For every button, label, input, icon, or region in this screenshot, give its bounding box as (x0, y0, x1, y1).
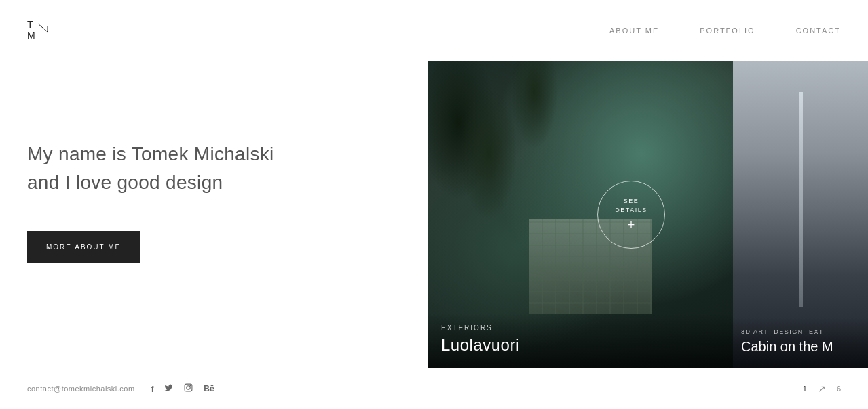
page-indicator: 1 ↗ 6 (803, 383, 841, 394)
nav-portfolio[interactable]: PORTFOLIO (700, 26, 755, 35)
card-title-1: Luolavuori (441, 336, 719, 355)
card-label-area-2: 3D ART DESIGN EXT Cabin on the M (733, 317, 868, 368)
svg-point-5 (187, 386, 190, 389)
footer-left: contact@tomekmichalski.com f Bē (27, 383, 214, 394)
portfolio-card-1[interactable]: SEE DETAILS + EXTERIORS Luolavuori (428, 61, 733, 368)
nav-about[interactable]: ABOUT ME (609, 26, 659, 35)
nav: ABOUT ME PORTFOLIO CONTACT (609, 26, 841, 35)
hero-title: My name is Tomek Michalski and I love go… (27, 140, 400, 197)
social-twitter-icon[interactable] (164, 383, 173, 394)
card-label-area-1: EXTERIORS Luolavuori (428, 313, 733, 368)
footer-socials: f Bē (151, 383, 214, 394)
see-details-plus-icon: + (628, 218, 635, 232)
social-instagram-icon[interactable] (184, 383, 193, 394)
svg-text:T: T (27, 19, 34, 30)
card-categories-2: 3D ART DESIGN EXT (741, 328, 861, 335)
social-facebook-icon[interactable]: f (151, 384, 154, 394)
see-details-button[interactable]: SEE DETAILS + (597, 181, 665, 249)
hero-section: My name is Tomek Michalski and I love go… (0, 61, 428, 368)
main-content: My name is Tomek Michalski and I love go… (0, 61, 868, 368)
header: T M ABOUT ME PORTFOLIO CONTACT (0, 0, 868, 61)
footer-right: 1 ↗ 6 (586, 383, 841, 394)
footer: contact@tomekmichalski.com f Bē 1 ↗ 6 (0, 368, 868, 409)
card-cat-3dart: 3D ART (741, 328, 768, 335)
card-cat-ext: EXT (809, 328, 824, 335)
card-category-1: EXTERIORS (441, 324, 719, 332)
svg-text:M: M (27, 30, 36, 41)
card-title-2: Cabin on the M (741, 339, 861, 355)
nav-contact[interactable]: CONTACT (796, 26, 841, 35)
more-about-me-button[interactable]: MORE ABOUT ME (27, 231, 140, 263)
svg-rect-4 (185, 384, 192, 391)
svg-line-1 (38, 24, 48, 32)
portfolio-strip: SEE DETAILS + EXTERIORS Luolavuori 3D AR… (428, 61, 868, 368)
portfolio-card-2[interactable]: 3D ART DESIGN EXT Cabin on the M (733, 61, 868, 368)
card-cat-design: DESIGN (774, 328, 804, 335)
logo[interactable]: T M (27, 17, 68, 44)
page-current: 1 (803, 385, 807, 393)
social-behance-icon[interactable]: Bē (204, 384, 214, 393)
page-total: 6 (837, 385, 841, 393)
next-page-arrow[interactable]: ↗ (818, 383, 826, 394)
progress-bar-fill (586, 389, 708, 389)
see-details-label: SEE DETAILS (615, 197, 647, 214)
footer-email: contact@tomekmichalski.com (27, 385, 135, 393)
progress-bar (586, 389, 789, 389)
svg-point-6 (190, 385, 191, 386)
